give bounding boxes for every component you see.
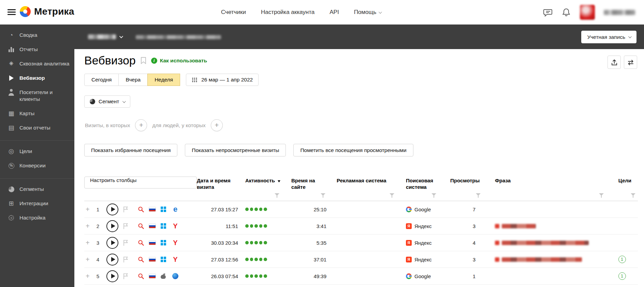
expand-row-icon[interactable] <box>86 239 90 247</box>
filter-funnel-icon[interactable] <box>390 193 394 198</box>
expand-row-icon[interactable] <box>86 256 90 263</box>
col-header-activity[interactable]: Активность <box>239 174 282 201</box>
calendar-icon <box>192 77 197 82</box>
filter-funnel-icon[interactable] <box>431 193 436 198</box>
bookmark-icon[interactable] <box>141 57 146 64</box>
goal-count-badge[interactable]: 1 <box>618 256 626 263</box>
account-button[interactable]: Учетная запись <box>581 31 636 43</box>
add-visit-condition-button[interactable] <box>135 119 147 131</box>
show-favorites-button[interactable]: Показать избранные посещения <box>84 144 177 156</box>
filter-funnel-icon[interactable] <box>275 193 279 198</box>
show-unviewed-button[interactable]: Показать непросмотренные визиты <box>185 144 286 156</box>
expand-row-icon[interactable] <box>86 206 90 213</box>
target-icon <box>8 148 15 155</box>
table-row[interactable]: 3 Y 30.03 20:34 5:35 Я Я <box>84 235 638 251</box>
counter-topbar: Учетная запись <box>74 25 644 49</box>
inspect-magnifier-icon[interactable] <box>138 256 144 263</box>
ad-system <box>328 235 397 251</box>
export-button[interactable] <box>608 56 621 69</box>
inspect-magnifier-icon[interactable] <box>138 206 144 213</box>
flag-icon[interactable] <box>123 256 128 263</box>
expand-row-icon[interactable] <box>86 222 90 230</box>
counter-selector[interactable] <box>88 34 122 39</box>
time-on-site: 3:41 <box>282 218 328 234</box>
swap-arrows-icon <box>627 59 634 66</box>
play-session-button[interactable] <box>106 203 118 215</box>
safari-browser-icon <box>172 273 178 279</box>
segment-button[interactable]: Сегмент <box>84 95 130 108</box>
tab-week[interactable]: Неделя <box>147 74 180 86</box>
sidebar-item-settings[interactable]: Настройка <box>0 211 74 225</box>
col-header-phrase[interactable]: Фраза <box>483 174 606 201</box>
play-session-button[interactable] <box>106 220 118 232</box>
tab-yesterday[interactable]: Вчера <box>118 74 148 86</box>
hamburger-menu-icon[interactable] <box>8 9 16 15</box>
yandex-browser-icon: Y <box>173 223 177 229</box>
col-header-time-on-site[interactable]: Время на сайте <box>282 174 328 201</box>
sidebar-item-integrations[interactable]: Интеграции <box>0 196 74 211</box>
table-row[interactable]: 2 Y 11:51 3:41 Я Яндекс <box>84 218 638 235</box>
tab-today[interactable]: Сегодня <box>84 74 119 86</box>
flag-icon[interactable] <box>123 273 128 280</box>
sidebar-item-goals[interactable]: Цели <box>0 144 74 158</box>
filter-funnel-icon[interactable] <box>599 193 604 198</box>
avatar[interactable] <box>580 5 595 20</box>
sidebar-item-segments[interactable]: Сегменты <box>0 182 74 196</box>
sidebar-item-maps[interactable]: Карты <box>0 106 74 121</box>
add-people-condition-button[interactable] <box>211 119 223 131</box>
nav-api[interactable]: API <box>330 9 339 16</box>
table-row[interactable]: 4 Y 27.03 12:56 37:01 Я <box>84 251 638 268</box>
table-row[interactable]: 5 26.03 07:54 49:39 Go <box>84 268 638 285</box>
sidebar-item-visitors[interactable]: Посетители и клиенты <box>0 85 74 106</box>
sidebar-item-reports[interactable]: Отчеты <box>0 42 74 57</box>
configure-columns-button[interactable]: Настроить столбцы <box>84 177 197 188</box>
google-icon <box>406 207 412 212</box>
table-row[interactable]: 1 e 27.03 15:27 25:10 G <box>84 201 638 218</box>
windows-os-icon <box>161 257 166 262</box>
col-header-goals[interactable]: Цели <box>606 174 638 201</box>
chevron-down-icon <box>628 35 632 38</box>
favicon-redacted <box>495 241 499 245</box>
phrase-redacted <box>495 257 582 262</box>
nav-help[interactable]: Помощь <box>354 9 381 16</box>
play-session-button[interactable] <box>106 254 118 266</box>
inspect-magnifier-icon[interactable] <box>138 223 144 229</box>
sidebar-item-summary[interactable]: Сводка <box>0 28 74 42</box>
filter-funnel-icon[interactable] <box>631 193 635 198</box>
col-header-views[interactable]: Просмотры <box>439 174 483 201</box>
goal-count-badge[interactable]: 1 <box>618 272 626 280</box>
expand-row-icon[interactable] <box>86 272 90 280</box>
activity-dots <box>239 218 282 234</box>
visit-datetime: 30.03 20:34 <box>197 235 239 251</box>
flag-icon[interactable] <box>123 240 128 246</box>
sidebar-item-cross-analytics[interactable]: Сквозная аналитика <box>0 57 74 71</box>
sidebar-item-webvisor[interactable]: Вебвизор <box>0 71 74 85</box>
inspect-magnifier-icon[interactable] <box>138 240 144 246</box>
nav-counters[interactable]: Счетчики <box>221 9 246 16</box>
windows-os-icon <box>161 207 166 212</box>
sidebar-item-conversions[interactable]: Конверсии <box>0 158 74 173</box>
chat-icon[interactable] <box>543 7 553 17</box>
metrika-logo-icon <box>20 6 31 17</box>
filter-funnel-icon[interactable] <box>476 193 481 198</box>
notifications-bell-icon[interactable] <box>561 7 571 17</box>
people-filter-hint: для людей, у которых <box>152 122 205 129</box>
filter-funnel-icon[interactable] <box>321 193 325 198</box>
inspect-magnifier-icon[interactable] <box>138 273 144 280</box>
sidebar-item-custom-reports[interactable]: Свои отчеты <box>0 121 74 135</box>
swap-view-button[interactable] <box>624 56 637 69</box>
nav-account-settings[interactable]: Настройка аккаунта <box>261 9 314 16</box>
col-header-search-engine[interactable]: Поисковая система <box>397 174 439 201</box>
how-to-use-link[interactable]: i Как использовать <box>151 58 207 64</box>
flag-icon[interactable] <box>123 223 128 229</box>
date-range-button[interactable]: 26 мар — 1 апр 2022 <box>186 74 259 86</box>
play-session-button[interactable] <box>106 237 118 249</box>
mark-all-viewed-button[interactable]: Пометить все посещения просмотренными <box>293 144 413 156</box>
metrika-logo[interactable]: Метрика <box>20 6 74 17</box>
play-session-button[interactable] <box>106 270 118 282</box>
views-count: 3 <box>439 218 483 234</box>
col-header-ad-system[interactable]: Рекламная система <box>328 174 397 201</box>
flag-icon[interactable] <box>123 206 128 213</box>
time-on-site: 5:35 <box>282 235 328 251</box>
col-header-datetime[interactable]: Дата и время визита <box>197 174 239 201</box>
